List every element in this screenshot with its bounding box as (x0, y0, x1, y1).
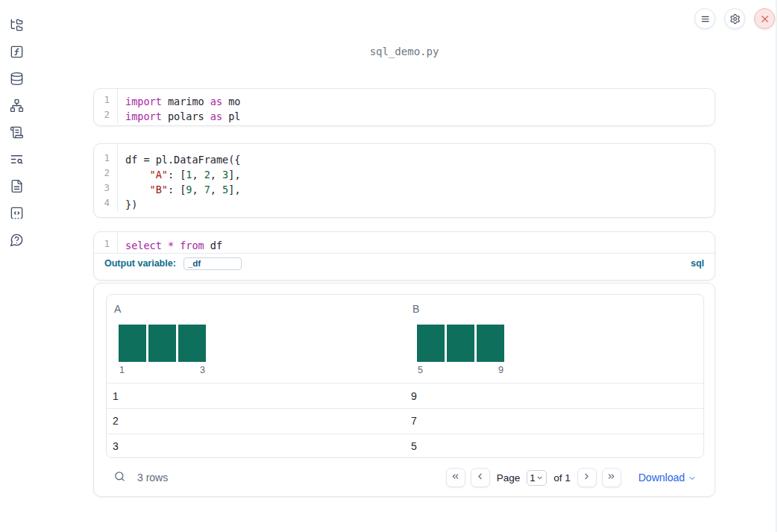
chevron-down-icon (688, 474, 697, 483)
double-chevron-right-icon (606, 472, 616, 484)
notebook-filename: sql_demo.py (93, 46, 715, 57)
histogram-bar (447, 325, 474, 362)
last-page-button[interactable] (602, 468, 621, 487)
histogram-bar (148, 325, 176, 362)
file-tree-icon (10, 18, 24, 32)
download-label: Download (639, 472, 685, 484)
line-number: 1 (94, 238, 117, 253)
code-square-icon (10, 206, 24, 220)
column-header-A[interactable]: A13 (107, 295, 405, 383)
table-header-row: A13B59 (107, 295, 703, 384)
table-row: 19 (107, 384, 703, 408)
select-caret-icon (536, 475, 543, 481)
close-button[interactable] (754, 8, 775, 29)
table-body: 192735 (107, 384, 703, 458)
sidebar-item-outline-search[interactable] (7, 149, 27, 169)
histogram-bar (477, 325, 504, 362)
column-label: A (114, 303, 405, 315)
line-number-gutter: 12 (94, 89, 118, 124)
column-header-B[interactable]: B59 (405, 295, 703, 383)
line-number: 3 (94, 182, 117, 197)
sidebar-item-variables[interactable] (7, 42, 27, 62)
search-button[interactable] (110, 469, 128, 486)
chevron-left-icon (475, 472, 485, 484)
sidebar-item-help[interactable] (7, 230, 27, 250)
network-icon (10, 98, 24, 113)
sql-language-badge: sql (691, 258, 704, 269)
sidebar (0, 0, 33, 532)
line-number-gutter: 1234 (94, 144, 118, 212)
code-line: select * from df (125, 238, 222, 253)
chevron-right-icon (582, 472, 592, 484)
settings-button[interactable] (724, 8, 745, 29)
data-table: A13B59 192735 (106, 294, 704, 458)
sidebar-item-snippets[interactable] (7, 203, 27, 223)
line-number: 4 (94, 197, 117, 212)
line-number: 2 (94, 109, 117, 124)
line-number: 2 (94, 167, 117, 182)
code-editor[interactable]: 12import marimo as moimport polars as pl (94, 89, 715, 124)
close-icon (759, 13, 771, 25)
table-output-card: A13B59 192735 3 rows Page 1 of 1 (93, 283, 715, 497)
output-variable-input[interactable] (183, 257, 242, 270)
code-cell-imports: 12import marimo as moimport polars as pl (93, 88, 715, 126)
scrollbar-track[interactable] (776, 0, 777, 532)
code-content: import marimo as moimport polars as pl (118, 89, 240, 124)
sidebar-item-logs[interactable] (7, 122, 27, 143)
sidebar-item-data-sources[interactable] (7, 69, 27, 89)
page-select[interactable]: 1 (527, 470, 547, 486)
page-of-label: of 1 (553, 472, 571, 484)
previous-page-button[interactable] (471, 468, 490, 487)
search-icon (113, 470, 126, 485)
table-row: 27 (107, 408, 703, 433)
sidebar-item-documentation[interactable] (7, 176, 27, 196)
download-button[interactable]: Download (639, 472, 697, 484)
row-count-label: 3 rows (137, 472, 168, 484)
table-cell: 9 (405, 390, 703, 402)
code-line: "B": [9, 7, 5], (125, 182, 241, 197)
code-cell-dataframe: 1234df = pl.DataFrame({ "A": [1, 2, 3], … (93, 143, 715, 218)
database-icon (10, 72, 24, 86)
code-content: select * from df (118, 232, 222, 253)
code-editor[interactable]: 1select * from df (94, 232, 715, 253)
first-page-button[interactable] (446, 468, 465, 487)
document-icon (10, 179, 24, 193)
histogram-bar (178, 325, 206, 362)
code-line: "A": [1, 2, 3], (125, 167, 241, 182)
next-page-button[interactable] (577, 468, 597, 487)
column-histogram: 59 (417, 325, 504, 375)
code-content: df = pl.DataFrame({ "A": [1, 2, 3], "B":… (118, 144, 241, 212)
sidebar-item-file-explorer[interactable] (7, 15, 27, 35)
marimo-notebook-window: sql_demo.py 12import marimo as moimport … (0, 0, 778, 532)
sidebar-item-dependency-graph[interactable] (7, 96, 27, 116)
function-square-icon (10, 45, 24, 59)
table-row: 35 (107, 434, 703, 458)
table-cell: 5 (405, 440, 703, 452)
axis-min-label: 5 (418, 365, 423, 375)
column-histogram: 13 (119, 325, 206, 375)
code-line: df = pl.DataFrame({ (125, 152, 241, 167)
help-bubble-icon (10, 233, 24, 247)
line-number: 1 (94, 94, 117, 109)
gear-icon (730, 13, 741, 25)
code-editor[interactable]: 1234df = pl.DataFrame({ "A": [1, 2, 3], … (94, 144, 715, 212)
sql-cell-footer: Output variable: sql (94, 253, 715, 273)
pagination: Page 1 of 1 Download (446, 468, 703, 487)
hamburger-icon (700, 13, 711, 25)
code-line: }) (125, 197, 241, 212)
code-line: import polars as pl (125, 109, 240, 124)
column-label: B (412, 303, 703, 315)
menu-button[interactable] (694, 8, 715, 29)
sql-cell: 1select * from df Output variable: sql (93, 231, 715, 281)
list-search-icon (10, 152, 24, 166)
axis-max-label: 3 (200, 365, 205, 375)
table-footer: 3 rows Page 1 of 1 (106, 461, 703, 494)
histogram-bar (417, 325, 445, 362)
page-select-value: 1 (530, 472, 535, 484)
window-controls (694, 8, 775, 29)
page-label: Page (497, 472, 521, 484)
output-variable-label: Output variable: (104, 258, 176, 269)
line-number: 1 (94, 152, 117, 167)
table-cell: 2 (107, 415, 405, 427)
table-cell: 1 (107, 390, 405, 402)
